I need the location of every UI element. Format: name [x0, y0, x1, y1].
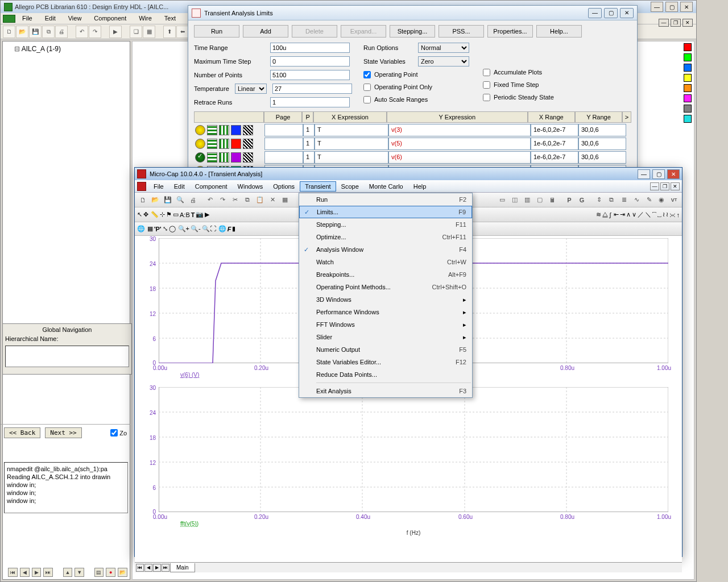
menu-view[interactable]: View	[63, 13, 88, 24]
snapshot-icon[interactable]: ◉	[656, 194, 667, 206]
print-icon[interactable]: 🖨	[187, 194, 198, 206]
menu-item-analysis-window[interactable]: Analysis WindowF4	[299, 243, 472, 256]
undo-icon[interactable]: ↶	[76, 26, 88, 38]
first-tab-icon[interactable]: ⏮	[136, 564, 144, 572]
menu-item-run[interactable]: RunF2	[299, 193, 472, 206]
text-icon[interactable]: T	[191, 211, 195, 218]
save-icon[interactable]: 💾	[29, 26, 42, 38]
peak-icon[interactable]: ∧	[626, 211, 631, 218]
menu-item-watch[interactable]: WatchCtrl+W	[299, 256, 472, 268]
menu-text[interactable]: Text	[159, 13, 181, 24]
vtb-icon[interactable]: VT	[668, 194, 680, 206]
menu-item-state-vars[interactable]: State Variables Editor...F12	[299, 356, 472, 368]
select-all-icon[interactable]: ▦	[279, 194, 291, 206]
palette-swatch[interactable]	[684, 64, 692, 72]
new-icon[interactable]: 🗋	[3, 26, 15, 38]
next-tab-icon[interactable]: ▶	[153, 564, 161, 572]
xexpr-input[interactable]: T	[315, 124, 388, 136]
menu-edit[interactable]: Edit	[39, 13, 61, 24]
xrange-input[interactable]: 1e-6,0,2e-7	[531, 138, 578, 150]
analysis-limits-titlebar[interactable]: Transient Analysis Limits — ▢ ✕	[188, 6, 637, 20]
col-xexpr[interactable]: X Expression	[313, 111, 387, 123]
last-tab-icon[interactable]: ⏭	[162, 564, 169, 572]
mdi-close-button[interactable]: ✕	[671, 182, 680, 190]
p-input[interactable]: 1	[303, 138, 315, 150]
col-more[interactable]: >	[622, 111, 631, 123]
inflect-1-icon[interactable]: ≀	[663, 211, 665, 218]
last-icon[interactable]: ⏭	[43, 568, 53, 577]
back-button[interactable]: << Back	[4, 427, 40, 438]
mdi-minimize-button[interactable]: —	[650, 182, 659, 190]
minimize-button[interactable]: —	[651, 2, 663, 12]
saveall-icon[interactable]: ⧉	[42, 26, 55, 38]
open-icon[interactable]: 📂	[150, 194, 161, 206]
fixed-time-step-checkbox[interactable]: Fixed Time Step	[483, 80, 554, 90]
pss-button[interactable]: PSS...	[439, 25, 484, 38]
up-arrow-icon[interactable]: ↑	[677, 211, 680, 218]
zoom-in-icon[interactable]: 🔍+	[178, 225, 189, 232]
tab-main[interactable]: Main	[170, 563, 195, 572]
palette-swatch[interactable]	[684, 43, 692, 51]
low-icon[interactable]: ⎵	[657, 211, 661, 218]
run-button[interactable]: Run	[194, 25, 239, 38]
tree-node-ailc[interactable]: AILC_A (1-9)	[6, 45, 126, 53]
menu-edit[interactable]: Edit	[169, 181, 190, 192]
menu-file[interactable]: File	[16, 13, 38, 24]
menu-item-reduce-data[interactable]: Reduce Data Points...	[299, 368, 472, 381]
next-icon[interactable]: ▶	[32, 568, 42, 577]
layers-icon[interactable]: ❏	[130, 26, 142, 38]
menu-item-fft-windows[interactable]: FFT Windows	[299, 318, 472, 331]
numeric-output-icon[interactable]	[243, 152, 253, 163]
redo-icon[interactable]: ↷	[89, 26, 101, 38]
maximize-button[interactable]: ▢	[604, 8, 618, 18]
menu-monte-carlo[interactable]: Monte Carlo	[364, 181, 408, 192]
world-icon[interactable]: 🌐	[137, 225, 145, 232]
palette-swatch[interactable]	[684, 115, 692, 123]
mdi-minimize-button[interactable]: —	[659, 19, 669, 27]
grid-style-icon[interactable]	[207, 139, 217, 149]
col-page[interactable]: Page	[264, 111, 302, 123]
error-icon[interactable]: ●	[106, 568, 115, 577]
palette-swatch[interactable]	[684, 94, 692, 102]
p-icon[interactable]: P	[564, 194, 575, 206]
maximize-button[interactable]: ▢	[665, 2, 678, 12]
menu-item-numeric-output[interactable]: Numeric OutputF5	[299, 343, 472, 356]
numeric-output-icon[interactable]	[243, 139, 253, 149]
temp-mode-select[interactable]: Linear	[235, 84, 267, 94]
trace-toggle-icon[interactable]	[195, 139, 205, 149]
menu-wire[interactable]: Wire	[133, 13, 158, 24]
prev-icon[interactable]: ◀	[20, 568, 30, 577]
marker-icon[interactable]: ⚑	[166, 211, 172, 218]
microcap-titlebar[interactable]: Micro-Cap 10.0.4.0 - [Transient Analysis…	[135, 168, 682, 180]
xexpr-input[interactable]: T	[315, 138, 388, 150]
color-icon[interactable]: ▮	[232, 225, 235, 232]
time-range-input[interactable]	[270, 43, 350, 53]
help-button[interactable]: Help...	[536, 25, 582, 38]
palette-swatch[interactable]	[684, 105, 692, 113]
redo-icon[interactable]: ↷	[217, 194, 228, 206]
wave-icon[interactable]: ∿	[631, 194, 642, 206]
high-icon[interactable]: ⎴	[652, 211, 656, 218]
zoom-checkbox[interactable]: Zo	[110, 429, 127, 436]
first-icon[interactable]: ⏮	[8, 568, 18, 577]
copy-icon[interactable]: ⧉	[242, 194, 253, 206]
col-yexpr[interactable]: Y Expression	[387, 111, 528, 123]
pencil-icon[interactable]: ✎	[643, 194, 655, 206]
print-icon[interactable]: 🖨	[55, 26, 68, 38]
close-button[interactable]: ✕	[680, 2, 693, 12]
col-p[interactable]: P	[302, 111, 313, 123]
palette-swatch[interactable]	[684, 84, 692, 92]
pan-icon[interactable]: ✥	[143, 211, 148, 218]
tile-v-icon[interactable]: ◫	[509, 194, 520, 206]
p-input[interactable]: 1	[303, 151, 315, 164]
numeric-output-icon[interactable]	[243, 125, 253, 135]
close-button[interactable]: ✕	[667, 169, 680, 179]
menu-file[interactable]: File	[148, 181, 169, 192]
page-input[interactable]	[264, 124, 303, 136]
stepping-button[interactable]: Stepping...	[390, 25, 435, 38]
zoom-out-icon[interactable]: 🔍-	[191, 225, 201, 232]
fall-icon[interactable]: ＼	[645, 210, 651, 219]
trace-name[interactable]: v(6) (V)	[180, 372, 199, 378]
tile-icon[interactable]: ▥	[522, 194, 533, 206]
palette-swatch[interactable]	[684, 53, 692, 61]
